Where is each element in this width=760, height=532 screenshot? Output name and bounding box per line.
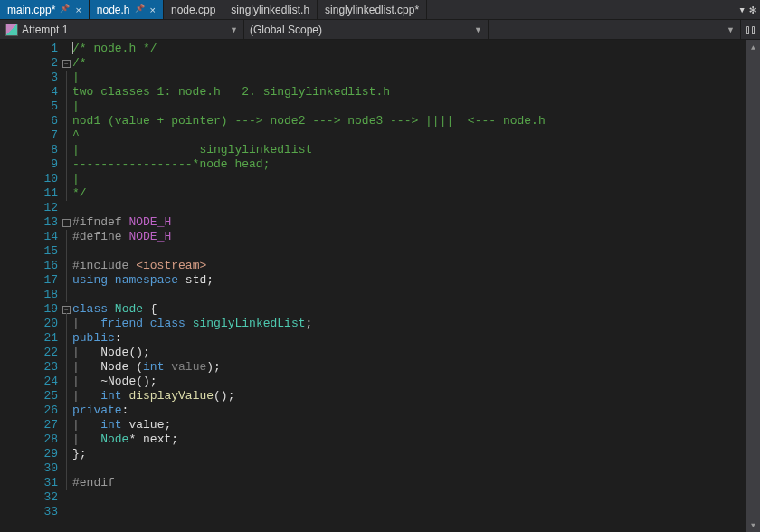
code-line[interactable]: [72, 288, 760, 302]
code-line[interactable]: | int value;: [72, 418, 760, 432]
code-line[interactable]: | singlylinkedlist: [72, 143, 760, 157]
line-number: 5: [0, 100, 60, 114]
line-number: 28: [0, 432, 60, 447]
fold-cell: −: [60, 56, 72, 71]
code-line[interactable]: | int displayValue();: [72, 389, 760, 404]
fold-toggle-icon[interactable]: −: [62, 60, 71, 68]
file-tab[interactable]: node.cpp: [164, 0, 223, 19]
line-number: 4: [0, 85, 60, 100]
code-line[interactable]: |: [72, 71, 760, 85]
scroll-down-arrow-icon[interactable]: ▼: [746, 518, 760, 532]
code-line[interactable]: */: [72, 186, 760, 201]
chevron-down-icon: ▼: [727, 25, 735, 34]
line-number: 18: [0, 288, 60, 302]
line-number: 6: [0, 114, 60, 128]
scrollbar-track[interactable]: [746, 54, 760, 518]
tab-overflow-dropdown[interactable]: ▾: [738, 3, 746, 17]
code-line[interactable]: [72, 490, 760, 505]
code-line[interactable]: two classes 1: node.h 2. singlylinkedlis…: [72, 85, 760, 100]
fold-cell: [60, 230, 72, 244]
code-line[interactable]: #define NODE_H: [72, 230, 760, 244]
code-line[interactable]: /* node.h */: [72, 42, 760, 56]
line-number: 32: [0, 490, 60, 505]
code-line[interactable]: /*: [72, 56, 760, 71]
pin-icon[interactable]: [136, 5, 145, 14]
code-line[interactable]: [72, 461, 760, 476]
line-number: 15: [0, 244, 60, 259]
tabs-container: main.cpp*×node.h×node.cppsinglylinkedlis…: [0, 0, 427, 19]
file-tab-label: node.cpp: [171, 4, 215, 16]
code-line[interactable]: class Node {: [72, 302, 760, 317]
fold-toggle-icon[interactable]: −: [62, 219, 71, 227]
fold-cell: [60, 447, 72, 461]
fold-cell: [60, 114, 72, 128]
fold-cell: [60, 201, 72, 215]
scope-global-dropdown[interactable]: (Global Scope) ▼: [244, 20, 489, 39]
code-area[interactable]: /* node.h *//*|two classes 1: node.h 2. …: [72, 40, 760, 532]
file-tab-label: singlylinkedlist.h: [231, 4, 309, 16]
fold-cell: [60, 331, 72, 346]
pin-icon[interactable]: [61, 5, 70, 14]
code-line[interactable]: -----------------*node head;: [72, 157, 760, 172]
line-number: 1: [0, 42, 60, 56]
file-tab[interactable]: main.cpp*×: [0, 0, 90, 19]
code-line[interactable]: };: [72, 447, 760, 461]
code-line[interactable]: public:: [72, 331, 760, 346]
line-number: 21: [0, 331, 60, 346]
code-line[interactable]: | friend class singlyLinkedList;: [72, 317, 760, 331]
line-number: 10: [0, 172, 60, 186]
fold-cell: [60, 143, 72, 157]
line-number: 11: [0, 186, 60, 201]
fold-cell: [60, 259, 72, 273]
code-line[interactable]: #endif: [72, 476, 760, 490]
scope-member-dropdown[interactable]: ▼: [489, 20, 740, 39]
code-line[interactable]: | Node();: [72, 346, 760, 360]
code-line[interactable]: ^: [72, 128, 760, 143]
code-editor[interactable]: 1234567891011121314151617181920212223242…: [0, 40, 760, 532]
file-tab[interactable]: singlylinkedlist.h: [223, 0, 318, 19]
fold-cell: [60, 418, 72, 432]
code-line[interactable]: |: [72, 172, 760, 186]
line-number: 14: [0, 230, 60, 244]
code-line[interactable]: [72, 505, 760, 519]
vertical-scrollbar[interactable]: ▲ ▼: [746, 40, 760, 532]
line-number: 3: [0, 71, 60, 85]
fold-cell: [60, 389, 72, 404]
fold-column[interactable]: −−−: [60, 40, 72, 532]
line-number: 27: [0, 418, 60, 432]
code-line[interactable]: using namespace std;: [72, 273, 760, 288]
line-number: 2: [0, 56, 60, 71]
fold-cell: [60, 186, 72, 201]
split-editor-button[interactable]: ⫿⫿: [740, 20, 760, 40]
scope-project-dropdown[interactable]: Attempt 1 ▼: [0, 20, 244, 39]
line-number: 29: [0, 447, 60, 461]
fold-cell: [60, 128, 72, 143]
line-number: 8: [0, 143, 60, 157]
file-tab[interactable]: singlylinkedlist.cpp*: [318, 0, 427, 19]
project-icon: [5, 24, 18, 36]
fold-cell: [60, 172, 72, 186]
fold-cell: −: [60, 302, 72, 317]
code-line[interactable]: [72, 244, 760, 259]
close-icon[interactable]: ×: [75, 5, 81, 15]
line-number: 16: [0, 259, 60, 273]
code-line[interactable]: |: [72, 100, 760, 114]
code-line[interactable]: nod1 (value + pointer) ---> node2 ---> n…: [72, 114, 760, 128]
scroll-up-arrow-icon[interactable]: ▲: [746, 40, 760, 54]
file-tab[interactable]: node.h×: [90, 0, 164, 19]
code-line[interactable]: [72, 201, 760, 215]
code-line[interactable]: private:: [72, 404, 760, 418]
line-number: 13: [0, 215, 60, 230]
code-line[interactable]: #include <iostream>: [72, 259, 760, 273]
close-icon[interactable]: ×: [150, 5, 156, 15]
code-line[interactable]: | ~Node();: [72, 375, 760, 389]
line-number: 24: [0, 375, 60, 389]
gear-icon[interactable]: ✻: [749, 3, 756, 17]
fold-cell: [60, 360, 72, 375]
line-number: 17: [0, 273, 60, 288]
code-line[interactable]: | Node* next;: [72, 432, 760, 447]
file-tab-label: node.h: [97, 4, 130, 16]
code-line[interactable]: | Node (int value);: [72, 360, 760, 375]
fold-cell: [60, 490, 72, 505]
code-line[interactable]: #ifndef NODE_H: [72, 215, 760, 230]
